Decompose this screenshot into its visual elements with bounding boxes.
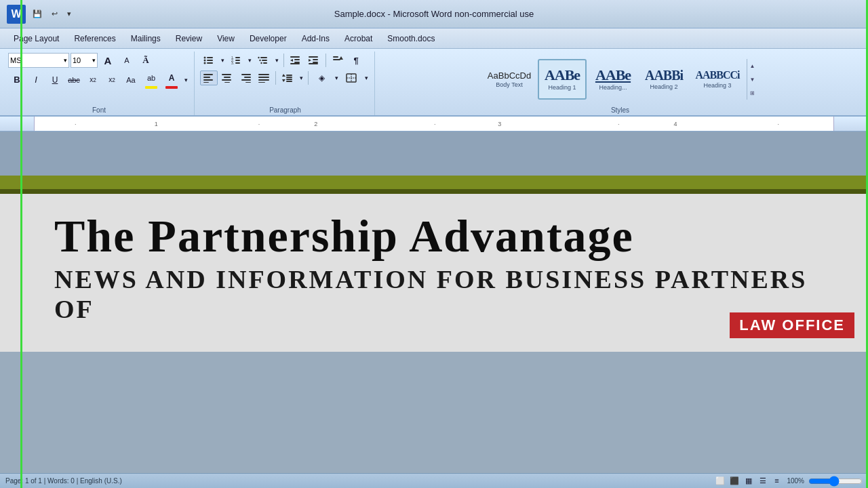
style-body-text-preview: AaBbCcDd	[488, 71, 531, 80]
svg-rect-7	[235, 57, 240, 58]
style-heading3[interactable]: AABBCCi Heading 3	[690, 59, 745, 100]
styles-scroll-up[interactable]: ▲	[749, 62, 757, 70]
svg-point-2	[204, 60, 206, 62]
menu-smooth[interactable]: Smooth.docs	[380, 31, 441, 46]
svg-rect-35	[222, 74, 231, 75]
svg-rect-51	[286, 79, 292, 80]
clear-formatting-button[interactable]: Ã	[137, 53, 155, 68]
ribbon: MS 10 A A Ã B I U abc x2 x2 Aa	[0, 49, 868, 117]
font-color-control[interactable]: A	[163, 70, 180, 89]
zoom-slider[interactable]	[808, 476, 863, 486]
styles-scroll-more[interactable]: ⊞	[749, 89, 756, 97]
svg-rect-42	[245, 82, 251, 83]
numbering-button[interactable]: 1.2.3.	[227, 53, 245, 68]
multilevel-dropdown[interactable]: ▾	[273, 53, 281, 68]
bullets-button[interactable]	[200, 53, 218, 68]
view-outline[interactable]: ☰	[757, 475, 769, 487]
grow-font-button[interactable]: A	[99, 53, 117, 68]
menu-developer[interactable]: Developer	[243, 31, 294, 46]
svg-rect-22	[290, 63, 300, 64]
svg-rect-45	[258, 79, 269, 81]
para-divider-2	[326, 54, 326, 67]
svg-rect-39	[241, 74, 251, 75]
menu-references[interactable]: References	[67, 31, 122, 46]
align-right-button[interactable]	[237, 70, 254, 85]
subscript-button[interactable]: x2	[84, 73, 102, 87]
multilevel-button[interactable]	[254, 53, 272, 68]
svg-marker-47	[282, 74, 285, 77]
font-format-row: B I U abc x2 x2 Aa ab A ▾	[8, 70, 190, 89]
svg-rect-50	[286, 77, 292, 78]
menu-addins[interactable]: Add-Ins	[295, 31, 336, 46]
para-row-1: ▾ 1.2.3. ▾ ▾ ¶	[200, 53, 365, 68]
menu-acrobat[interactable]: Acrobat	[338, 31, 379, 46]
svg-marker-30	[339, 56, 343, 60]
line-spacing-button[interactable]	[279, 70, 296, 85]
font-row-1: MS 10 A A Ã	[8, 53, 155, 68]
quick-access-dropdown[interactable]: ▾	[64, 8, 74, 20]
svg-rect-40	[244, 77, 251, 78]
align-center-button[interactable]	[218, 70, 236, 85]
ruler-inner: · 1 · 2 · 3 · 4 ·	[34, 117, 834, 131]
justify-button[interactable]	[255, 70, 273, 85]
increase-indent-button[interactable]	[305, 53, 323, 68]
sort-button[interactable]	[329, 53, 347, 68]
style-heading-under[interactable]: AABe Heading...	[589, 59, 637, 100]
svg-rect-49	[286, 75, 292, 76]
svg-rect-31	[203, 74, 213, 75]
highlight-color-control[interactable]: ab	[141, 70, 161, 89]
quick-access-undo[interactable]: ↩	[49, 8, 60, 20]
align-left-button[interactable]	[200, 70, 218, 85]
shading-button[interactable]: ◈	[311, 70, 332, 85]
style-heading1-preview: AABe	[545, 68, 580, 83]
dark-band	[0, 189, 868, 194]
line-spacing-dropdown[interactable]: ▾	[297, 70, 305, 85]
show-paragraph-button[interactable]: ¶	[347, 53, 365, 68]
svg-point-14	[259, 60, 260, 61]
ribbon-font-group: MS 10 A A Ã B I U abc x2 x2 Aa	[4, 52, 195, 115]
quick-access-save[interactable]: 💾	[30, 8, 45, 20]
strikethrough-button[interactable]: abc	[65, 73, 83, 87]
shrink-font-button[interactable]: A	[118, 53, 136, 68]
menu-review[interactable]: Review	[169, 31, 209, 46]
menu-mailings[interactable]: Mailings	[124, 31, 167, 46]
view-web-layout[interactable]: ▦	[743, 475, 755, 487]
view-full-screen[interactable]: ⬛	[728, 475, 741, 487]
style-heading2[interactable]: AABBi Heading 2	[639, 59, 688, 100]
svg-rect-32	[203, 77, 210, 78]
menu-page-layout[interactable]: Page Layout	[7, 31, 66, 46]
font-size-selector[interactable]: 10	[71, 53, 98, 68]
menu-view[interactable]: View	[210, 31, 241, 46]
document-area: The Partnership Advantage News and Infor…	[0, 131, 868, 473]
change-case-button[interactable]: Aa	[122, 73, 140, 87]
svg-marker-19	[290, 59, 293, 62]
numbering-dropdown[interactable]: ▾	[245, 53, 254, 68]
title-bar-left: W 💾 ↩ ▾	[7, 5, 74, 24]
italic-button[interactable]: I	[27, 73, 45, 87]
ribbon-paragraph-group: ▾ 1.2.3. ▾ ▾ ¶	[196, 52, 375, 115]
view-print-layout[interactable]: ⬜	[714, 475, 726, 487]
underline-button[interactable]: U	[46, 73, 64, 87]
bullets-dropdown[interactable]: ▾	[218, 53, 226, 68]
bold-button[interactable]: B	[8, 73, 26, 87]
shading-dropdown[interactable]: ▾	[332, 70, 340, 85]
styles-scroll-down[interactable]: ▼	[749, 76, 757, 83]
borders-button[interactable]	[341, 70, 361, 85]
font-name-selector[interactable]: MS	[8, 53, 69, 68]
font-color-dropdown[interactable]: ▾	[182, 73, 190, 87]
svg-rect-26	[313, 62, 318, 63]
style-body-text[interactable]: AaBbCcDd Body Text	[483, 59, 536, 100]
svg-point-16	[260, 62, 262, 64]
view-draft[interactable]: ≡	[770, 474, 783, 487]
borders-dropdown[interactable]: ▾	[362, 70, 370, 85]
styles-scroll[interactable]: ▲ ▼ ⊞	[747, 59, 757, 100]
svg-rect-17	[263, 62, 267, 64]
highlight-button[interactable]: ab	[141, 70, 161, 85]
style-heading1[interactable]: AABe Heading 1	[538, 59, 587, 100]
superscript-button[interactable]: x2	[103, 73, 121, 87]
decrease-indent-button[interactable]	[287, 53, 304, 68]
status-left: Page: 1 of 1 | Words: 0 | English (U.S.)	[5, 477, 122, 485]
svg-rect-34	[203, 82, 209, 83]
font-color-button[interactable]: A	[163, 70, 180, 85]
menu-bar: Page Layout References Mailings Review V…	[0, 28, 868, 49]
